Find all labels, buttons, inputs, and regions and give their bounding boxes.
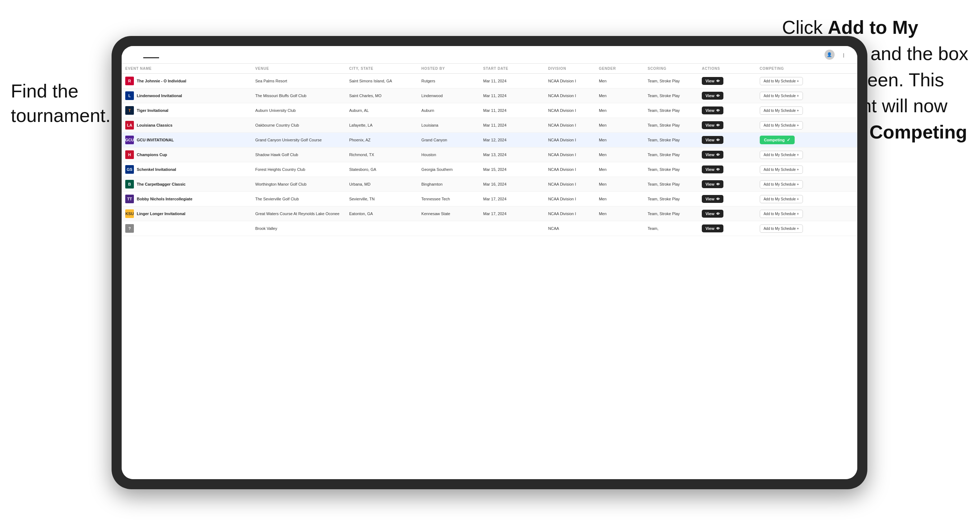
tab-teams[interactable] bbox=[159, 51, 175, 58]
col-header-division: DIVISION bbox=[544, 63, 595, 74]
tablet-screen: 👤 | EVENT NAME VENUE CITY, STATE HOSTED … bbox=[122, 46, 857, 479]
division-cell: NCAA Division I bbox=[544, 148, 595, 162]
event-name: GCU INVITATIONAL bbox=[137, 138, 174, 142]
view-button[interactable]: View 👁 bbox=[702, 165, 723, 173]
event-name: Champions Cup bbox=[137, 152, 167, 157]
city-cell: Saint Charles, MO bbox=[345, 89, 418, 103]
actions-cell: View 👁 bbox=[698, 74, 756, 89]
team-logo: GCU bbox=[125, 136, 134, 144]
scoring-cell: Team, Stroke Play bbox=[644, 89, 698, 103]
competing-button[interactable]: Competing✓ bbox=[760, 136, 795, 144]
view-button[interactable]: View 👁 bbox=[702, 92, 723, 100]
competing-cell: Add to My Schedule + bbox=[756, 206, 857, 221]
tournaments-table: EVENT NAME VENUE CITY, STATE HOSTED BY S… bbox=[122, 63, 857, 236]
actions-cell: View 👁 bbox=[698, 103, 756, 118]
scoring-cell: Team, Stroke Play bbox=[644, 118, 698, 133]
view-button[interactable]: View 👁 bbox=[702, 136, 723, 144]
venue-cell: Auburn University Club bbox=[251, 103, 345, 118]
division-cell: NCAA bbox=[544, 221, 595, 236]
event-name-cell: LA Louisiana Classics bbox=[122, 118, 251, 133]
view-button[interactable]: View 👁 bbox=[702, 224, 723, 232]
date-cell: Mar 17, 2024 bbox=[480, 206, 544, 221]
actions-cell: View 👁 bbox=[698, 133, 756, 148]
venue-cell: The Missouri Bluffs Golf Club bbox=[251, 89, 345, 103]
date-cell: Mar 17, 2024 bbox=[480, 192, 544, 206]
eye-icon: 👁 bbox=[716, 138, 720, 142]
col-header-gender: GENDER bbox=[595, 63, 644, 74]
team-logo: H bbox=[125, 150, 134, 159]
view-button[interactable]: View 👁 bbox=[702, 195, 723, 203]
add-to-schedule-button[interactable]: Add to My Schedule + bbox=[760, 224, 803, 233]
add-to-schedule-button[interactable]: Add to My Schedule + bbox=[760, 121, 803, 130]
add-to-schedule-button[interactable]: Add to My Schedule + bbox=[760, 106, 803, 115]
gender-cell: Men bbox=[595, 133, 644, 148]
event-name-cell: H Champions Cup bbox=[122, 148, 251, 162]
view-button[interactable]: View 👁 bbox=[702, 210, 723, 217]
actions-cell: View 👁 bbox=[698, 162, 756, 177]
event-name: The Carpetbagger Classic bbox=[137, 182, 186, 186]
event-name-cell: ? bbox=[122, 221, 251, 236]
table-row: B The Carpetbagger Classic Worthington M… bbox=[122, 177, 857, 192]
add-schedule-label: Add to My Schedule + bbox=[764, 79, 799, 83]
eye-icon: 👁 bbox=[716, 212, 720, 216]
division-cell: NCAA Division I bbox=[544, 162, 595, 177]
division-cell: NCAA Division I bbox=[544, 177, 595, 192]
city-cell: Richmond, TX bbox=[345, 148, 418, 162]
gender-cell: Men bbox=[595, 118, 644, 133]
view-label: View bbox=[705, 226, 714, 230]
view-button[interactable]: View 👁 bbox=[702, 180, 723, 188]
header-right: 👤 | bbox=[824, 50, 849, 60]
hosted-by-cell: Lindenwood bbox=[418, 89, 480, 103]
add-to-schedule-button[interactable]: Add to My Schedule + bbox=[760, 210, 803, 218]
actions-cell: View 👁 bbox=[698, 148, 756, 162]
hosted-by-cell: Binghamton bbox=[418, 177, 480, 192]
eye-icon: 👁 bbox=[716, 197, 720, 201]
team-logo: R bbox=[125, 77, 134, 85]
table-row: TT Bobby Nichols Intercollegiate The Sev… bbox=[122, 192, 857, 206]
add-to-schedule-button[interactable]: Add to My Schedule + bbox=[760, 77, 803, 85]
col-header-actions: ACTIONS bbox=[698, 63, 756, 74]
view-label: View bbox=[705, 94, 714, 98]
event-name-cell: B The Carpetbagger Classic bbox=[122, 177, 251, 192]
venue-cell: The Sevierville Golf Club bbox=[251, 192, 345, 206]
gender-cell: Men bbox=[595, 89, 644, 103]
event-name-cell: GS Schenkel Invitational bbox=[122, 162, 251, 177]
table-row: T Tiger Invitational Auburn University C… bbox=[122, 103, 857, 118]
col-header-venue: VENUE bbox=[251, 63, 345, 74]
event-name: Schenkel Invitational bbox=[137, 167, 176, 171]
table-row: GS Schenkel Invitational Forest Heights … bbox=[122, 162, 857, 177]
check-icon: ✓ bbox=[787, 137, 790, 143]
actions-cell: View 👁 bbox=[698, 206, 756, 221]
add-schedule-label: Add to My Schedule + bbox=[764, 124, 799, 127]
team-logo: L bbox=[125, 91, 134, 100]
table-row: L Lindenwood Invitational The Missouri B… bbox=[122, 89, 857, 103]
tab-tournaments[interactable] bbox=[143, 51, 159, 58]
eye-icon: 👁 bbox=[716, 94, 720, 98]
scoring-cell: Team, Stroke Play bbox=[644, 162, 698, 177]
add-to-schedule-button[interactable]: Add to My Schedule + bbox=[760, 180, 803, 189]
date-cell: Mar 13, 2024 bbox=[480, 148, 544, 162]
view-label: View bbox=[705, 167, 714, 171]
actions-cell: View 👁 bbox=[698, 118, 756, 133]
scoring-cell: Team, Stroke Play bbox=[644, 133, 698, 148]
view-button[interactable]: View 👁 bbox=[702, 106, 723, 114]
date-cell: Mar 11, 2024 bbox=[480, 118, 544, 133]
city-cell: Lafayette, LA bbox=[345, 118, 418, 133]
team-logo: TT bbox=[125, 195, 134, 203]
add-to-schedule-button[interactable]: Add to My Schedule + bbox=[760, 92, 803, 100]
city-cell: Statesboro, GA bbox=[345, 162, 418, 177]
add-schedule-label: Add to My Schedule + bbox=[764, 153, 799, 157]
add-to-schedule-button[interactable]: Add to My Schedule + bbox=[760, 151, 803, 159]
date-cell: Mar 11, 2024 bbox=[480, 89, 544, 103]
view-label: View bbox=[705, 182, 714, 186]
city-cell: Saint Simons Island, GA bbox=[345, 74, 418, 89]
add-schedule-label: Add to My Schedule + bbox=[764, 227, 799, 230]
view-button[interactable]: View 👁 bbox=[702, 77, 723, 85]
view-button[interactable]: View 👁 bbox=[702, 151, 723, 159]
division-cell: NCAA Division I bbox=[544, 133, 595, 148]
view-button[interactable]: View 👁 bbox=[702, 121, 723, 129]
scoring-cell: Team, Stroke Play bbox=[644, 206, 698, 221]
add-to-schedule-button[interactable]: Add to My Schedule + bbox=[760, 195, 803, 203]
add-schedule-label: Add to My Schedule + bbox=[764, 212, 799, 216]
add-to-schedule-button[interactable]: Add to My Schedule + bbox=[760, 165, 803, 174]
